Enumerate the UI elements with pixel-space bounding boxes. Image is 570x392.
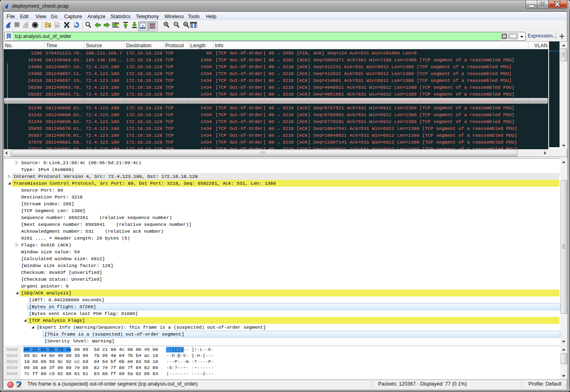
svg-text:010: 010	[56, 25, 59, 27]
